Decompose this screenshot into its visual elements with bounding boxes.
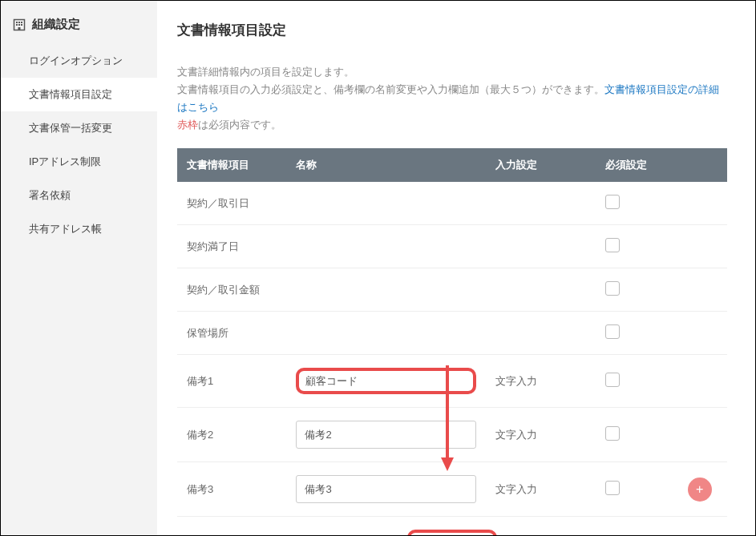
row-item-label: 契約満了日 — [177, 225, 286, 268]
svg-rect-4 — [16, 24, 18, 26]
row-input-setting — [486, 225, 595, 268]
svg-rect-5 — [18, 24, 20, 26]
settings-table: 文書情報項目 名称 入力設定 必須設定 契約／取引日契約満了日契約／取引金額保管… — [177, 148, 727, 517]
table-row: 契約／取引金額 — [177, 268, 727, 312]
row-required-cell — [596, 408, 673, 462]
th-item: 文書情報項目 — [177, 148, 286, 182]
row-name-cell — [286, 355, 486, 408]
name-input-5[interactable] — [296, 421, 476, 449]
required-checkbox-2[interactable] — [605, 281, 620, 296]
table-row: 契約／取引日 — [177, 182, 727, 225]
desc-line1: 文書詳細情報内の項目を設定します。 — [177, 66, 354, 78]
th-input: 入力設定 — [486, 148, 595, 182]
row-extra-cell — [673, 355, 728, 408]
desc-rest: は必須内容です。 — [198, 119, 281, 131]
sidebar-item-2[interactable]: 文書保管一括変更 — [1, 111, 157, 145]
table-row: 契約満了日 — [177, 225, 727, 268]
required-checkbox-6[interactable] — [605, 481, 620, 495]
table-row: 保管場所 — [177, 312, 727, 355]
row-name-cell — [286, 312, 486, 355]
row-required-cell — [596, 268, 673, 312]
add-row-button[interactable]: + — [688, 478, 712, 502]
sidebar-item-5[interactable]: 共有アドレス帳 — [1, 212, 157, 246]
row-name-cell — [286, 182, 486, 225]
description: 文書詳細情報内の項目を設定します。 文書情報項目の入力必須設定と、備考欄の名前変… — [177, 63, 727, 134]
svg-rect-3 — [21, 22, 22, 23]
row-required-cell — [596, 462, 673, 517]
sidebar-title-text: 組織設定 — [32, 17, 80, 32]
required-checkbox-3[interactable] — [605, 324, 620, 339]
svg-rect-2 — [18, 22, 20, 23]
sidebar: 組織設定 ログインオプション文書情報項目設定文書保管一括変更IPアドレス制限署名… — [1, 1, 157, 535]
required-checkbox-1[interactable] — [605, 238, 620, 252]
svg-rect-7 — [18, 27, 21, 30]
sidebar-item-3[interactable]: IPアドレス制限 — [1, 145, 157, 179]
desc-line2: 文書情報項目の入力必須設定と、備考欄の名前変更や入力欄追加（最大５つ）ができます… — [177, 83, 604, 95]
row-item-label: 備考1 — [177, 355, 286, 408]
row-input-setting: 文字入力 — [486, 408, 595, 462]
main-content: 文書情報項目設定 文書詳細情報内の項目を設定します。 文書情報項目の入力必須設定… — [157, 1, 755, 536]
row-extra-cell — [673, 268, 728, 312]
required-checkbox-4[interactable] — [605, 373, 620, 387]
name-input-4[interactable] — [296, 368, 476, 394]
row-name-cell — [286, 462, 486, 517]
row-name-cell — [286, 225, 486, 268]
row-extra-cell — [673, 225, 728, 268]
name-input-6[interactable] — [296, 475, 476, 503]
row-input-setting: 文字入力 — [486, 462, 595, 517]
th-extra — [673, 148, 728, 182]
th-name: 名称 — [286, 148, 486, 182]
svg-rect-1 — [16, 22, 18, 23]
building-icon — [13, 18, 26, 31]
row-extra-cell — [673, 182, 728, 225]
th-required: 必須設定 — [596, 148, 673, 182]
svg-rect-6 — [21, 24, 22, 26]
page-title: 文書情報項目設定 — [177, 21, 727, 39]
desc-red: 赤枠 — [177, 119, 198, 131]
table-row: 備考2文字入力 — [177, 408, 727, 462]
row-required-cell — [596, 312, 673, 355]
row-required-cell — [596, 355, 673, 408]
table-row: 備考1文字入力 — [177, 355, 727, 408]
row-name-cell — [286, 408, 486, 462]
required-checkbox-5[interactable] — [605, 426, 620, 441]
row-extra-cell: + — [673, 462, 728, 517]
row-item-label: 備考3 — [177, 462, 286, 517]
row-input-setting: 文字入力 — [486, 355, 595, 408]
row-extra-cell — [673, 312, 728, 355]
row-required-cell — [596, 182, 673, 225]
row-name-cell — [286, 268, 486, 312]
row-item-label: 備考2 — [177, 408, 286, 462]
sidebar-item-1[interactable]: 文書情報項目設定 — [1, 78, 157, 111]
row-input-setting — [486, 312, 595, 355]
row-item-label: 契約／取引日 — [177, 182, 286, 225]
row-item-label: 保管場所 — [177, 312, 286, 355]
save-highlight: 保存 — [407, 530, 497, 536]
row-input-setting — [486, 268, 595, 312]
row-required-cell — [596, 225, 673, 268]
row-extra-cell — [673, 408, 728, 462]
row-input-setting — [486, 182, 595, 225]
sidebar-title: 組織設定 — [1, 13, 157, 44]
table-row: 備考3文字入力+ — [177, 462, 727, 517]
row-item-label: 契約／取引金額 — [177, 268, 286, 312]
sidebar-item-4[interactable]: 署名依頼 — [1, 179, 157, 212]
sidebar-item-0[interactable]: ログインオプション — [1, 44, 157, 78]
required-checkbox-0[interactable] — [605, 195, 620, 209]
